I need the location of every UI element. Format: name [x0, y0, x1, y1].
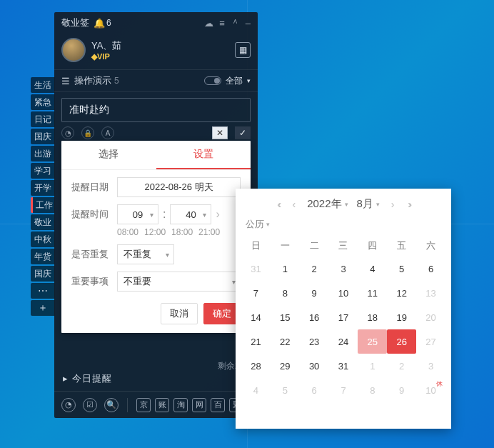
sidebar-tab[interactable]: 紧急 — [31, 94, 55, 110]
tab-select[interactable]: 选择 — [61, 141, 156, 169]
confirm-check-button[interactable]: ✓ — [235, 126, 251, 139]
important-select[interactable]: 不重要 — [117, 272, 241, 292]
list-icon: ☰ — [61, 76, 70, 86]
calendar-day[interactable]: 3 — [329, 257, 358, 281]
calendar-day[interactable]: 9 — [300, 281, 329, 305]
calendar-day[interactable]: 19 — [387, 305, 416, 329]
checklist-icon[interactable]: ☑ — [83, 398, 97, 412]
time-preset[interactable]: 08:00 — [117, 227, 138, 237]
sidebar-tab[interactable]: 年货 — [31, 249, 55, 264]
time-preset[interactable]: 21:00 — [198, 227, 220, 237]
calendar-day[interactable]: 8 — [271, 281, 300, 305]
quick-link[interactable]: 京 — [136, 398, 151, 412]
calendar-day[interactable]: 6 — [300, 378, 329, 402]
calendar-day[interactable]: 15 — [271, 305, 300, 329]
calendar-day[interactable]: 9 — [387, 378, 416, 402]
calendar-day[interactable]: 5 — [387, 257, 416, 281]
calendar-day[interactable]: 13 — [416, 281, 445, 305]
quick-link[interactable]: 淘 — [173, 398, 188, 412]
chevron-right-icon[interactable]: › — [216, 208, 219, 221]
avatar[interactable] — [61, 38, 86, 62]
calendar-day[interactable]: 21 — [241, 329, 271, 354]
clock-icon[interactable]: ◔ — [61, 126, 74, 139]
calendar-day[interactable]: 31 — [329, 354, 358, 378]
lock-icon[interactable]: 🔒 — [81, 126, 94, 139]
next-month-icon[interactable]: › — [388, 199, 398, 210]
calendar-day[interactable]: 11 — [358, 281, 387, 305]
sidebar-tab[interactable]: 工作 — [31, 197, 55, 213]
calendar-day[interactable]: 4 — [358, 257, 387, 281]
calendar-day[interactable]: 14 — [241, 305, 271, 329]
calendar-day[interactable]: 8 — [358, 378, 387, 402]
calendar-day[interactable]: 2 — [387, 354, 416, 378]
calendar-day[interactable]: 30 — [300, 354, 329, 378]
calendar-day[interactable]: 7 — [329, 378, 358, 402]
search-icon[interactable]: 🔍 — [104, 398, 119, 412]
calendar-day[interactable]: 17 — [329, 305, 358, 329]
menu-icon[interactable]: ≡ — [219, 18, 225, 29]
calendar-day[interactable]: 7 — [241, 281, 271, 305]
repeat-select[interactable]: 不重复 — [117, 244, 174, 264]
calendar-day[interactable]: 26 — [387, 329, 416, 354]
minimize-icon[interactable]: ＾ — [231, 16, 240, 29]
calendar-day[interactable]: 31 — [241, 257, 271, 281]
calendar-day[interactable]: 18 — [358, 305, 387, 329]
quick-link[interactable]: 网 — [192, 398, 206, 412]
prev-year-icon[interactable]: ‹‹ — [275, 199, 281, 210]
calendar-day[interactable]: 23 — [300, 329, 329, 354]
calendar-day[interactable]: 1 — [358, 354, 387, 378]
calendar-day[interactable]: 20 — [416, 305, 445, 329]
calendar-day[interactable]: 29 — [271, 354, 300, 378]
time-preset[interactable]: 12:00 — [144, 227, 166, 237]
calendar-day[interactable]: 2 — [300, 257, 329, 281]
sidebar-tab[interactable]: 国庆 — [31, 129, 55, 144]
sidebar-tab[interactable]: 日记 — [31, 111, 55, 127]
sidebar-add[interactable]: ＋ — [31, 300, 55, 316]
tab-settings[interactable]: 设置 — [156, 141, 251, 169]
sidebar-tab[interactable]: 敬业 — [31, 214, 55, 230]
calendar-type-select[interactable]: 公历▾ — [236, 216, 451, 235]
calendar-day[interactable]: 1 — [271, 257, 300, 281]
calendar-day[interactable]: 12 — [387, 281, 416, 305]
minute-select[interactable]: 40 — [170, 204, 211, 224]
quick-link[interactable]: 账 — [155, 398, 169, 412]
calendar-day[interactable]: 4 — [241, 378, 271, 402]
calendar-icon[interactable]: ▦ — [235, 42, 251, 58]
calendar-day[interactable]: 10 — [329, 281, 358, 305]
filter-all[interactable]: 全部 — [226, 75, 243, 87]
calendar-day[interactable]: 27 — [416, 329, 445, 354]
sidebar-tab[interactable]: 中秋 — [31, 232, 55, 247]
year-select[interactable]: 2022年▾ — [307, 197, 348, 211]
calendar-day[interactable]: 10休 — [416, 378, 445, 402]
calendar-day[interactable]: 25 — [358, 329, 387, 354]
sidebar-tab[interactable]: 学习 — [31, 163, 55, 179]
calendar-day[interactable]: 22 — [271, 329, 300, 354]
month-select[interactable]: 8月▾ — [357, 197, 380, 211]
calendar-day[interactable]: 28 — [241, 354, 271, 378]
note-input[interactable] — [61, 98, 251, 122]
sidebar-more[interactable]: ⋯ — [31, 283, 55, 299]
date-field[interactable]: 2022-08-26 明天 — [117, 177, 241, 197]
sidebar-tab[interactable]: 国庆 — [31, 266, 55, 282]
history-icon[interactable]: ◔ — [61, 398, 76, 412]
quick-link[interactable]: 百 — [211, 398, 225, 412]
calendar-day[interactable]: 24 — [329, 329, 358, 354]
calendar-day[interactable]: 3 — [416, 354, 445, 378]
time-preset[interactable]: 18:00 — [171, 227, 193, 237]
cloud-icon[interactable]: ☁ — [204, 18, 213, 29]
hour-select[interactable]: 09 — [117, 204, 158, 224]
close-icon[interactable]: – — [246, 18, 251, 29]
sidebar-tab[interactable]: 生活 — [31, 77, 55, 93]
next-year-icon[interactable]: ›› — [406, 199, 412, 210]
prev-month-icon[interactable]: ‹ — [289, 199, 298, 210]
toggle-switch[interactable] — [204, 76, 221, 85]
font-icon[interactable]: A — [101, 126, 114, 139]
calendar-day[interactable]: 5 — [271, 378, 300, 402]
calendar-day[interactable]: 6 — [416, 257, 445, 281]
calendar-day[interactable]: 16 — [300, 305, 329, 329]
sidebar-tab[interactable]: 出游 — [31, 146, 55, 161]
sidebar-tab[interactable]: 开学 — [31, 180, 55, 196]
cancel-button[interactable]: 取消 — [161, 303, 198, 324]
bell-icon[interactable]: 🔔 — [94, 18, 105, 29]
cancel-x-button[interactable]: ✕ — [212, 126, 228, 139]
